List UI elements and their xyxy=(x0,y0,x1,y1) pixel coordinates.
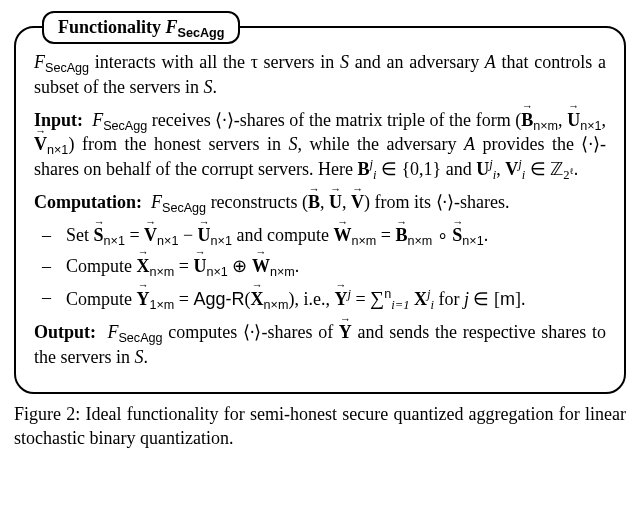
func-name: F xyxy=(107,322,118,342)
vec-B: →B xyxy=(308,190,320,215)
ring-Z: ℤ xyxy=(550,159,563,179)
dim: n×1 xyxy=(157,234,178,248)
vec-U: →U xyxy=(567,108,580,133)
mat-V: V xyxy=(351,192,364,212)
t: receives ⟨·⟩-shares of the matrix triple… xyxy=(147,110,521,130)
dim: n×m xyxy=(264,297,289,311)
figure-text: Ideal functionality for semi-honest secu… xyxy=(14,404,626,448)
dash-icon: – xyxy=(34,254,66,279)
agg-r: Agg-R xyxy=(194,289,245,309)
mat-Y: Y xyxy=(137,289,150,309)
computation-para: Computation: FSecAgg reconstructs (→B, →… xyxy=(34,190,606,215)
t: , xyxy=(496,159,505,179)
t: , xyxy=(602,110,607,130)
t: computes ⟨·⟩-shares of xyxy=(163,322,339,342)
vec-Y: →Y xyxy=(137,287,150,312)
t: , xyxy=(320,192,329,212)
var-B: B xyxy=(357,159,369,179)
dim: n×m xyxy=(407,234,432,248)
t: ∘ xyxy=(432,225,452,245)
t: , xyxy=(558,110,567,130)
vec-S: →S xyxy=(94,223,104,248)
vec-V: →V xyxy=(144,223,157,248)
li2-body: Compute →Xn×m = →Un×1 ⊕ →Wn×m. xyxy=(66,254,606,279)
mat-B: B xyxy=(308,192,320,212)
dim: n×m xyxy=(351,234,376,248)
t: ), i.e., xyxy=(288,289,334,309)
t: ∈ xyxy=(525,159,550,179)
t: ⊕ xyxy=(228,256,252,276)
dim: n×m xyxy=(533,118,558,132)
t: ]. xyxy=(515,289,526,309)
var-X: X xyxy=(409,289,427,309)
vec-X: →X xyxy=(251,287,264,312)
t: ) from its ⟨·⟩-shares. xyxy=(364,192,509,212)
t: ) from the honest servers in xyxy=(68,134,288,154)
mat-U: U xyxy=(198,225,211,245)
vec-V: →V xyxy=(351,190,364,215)
mat-Y: Y xyxy=(339,322,352,342)
vec-W: →W xyxy=(252,254,270,279)
t: = xyxy=(125,225,144,245)
vec-V: →V xyxy=(34,132,47,157)
li3-body: Compute →Y1×m = Agg-R(→Xn×m), i.e., →Yj … xyxy=(66,285,606,312)
mat-W: W xyxy=(333,225,351,245)
sum-sub: i=1 xyxy=(391,297,409,311)
vec-S: →S xyxy=(452,223,462,248)
dim: n×1 xyxy=(47,143,68,157)
ring-sub: 2ℓ xyxy=(563,168,574,182)
var-m: m xyxy=(500,289,515,309)
var-V: V xyxy=(505,159,518,179)
intro-para: FSecAgg interacts with all the τ servers… xyxy=(34,50,606,100)
t: interacts with all the τ servers in xyxy=(89,52,340,72)
t: Compute xyxy=(66,256,137,276)
mat-U: U xyxy=(194,256,207,276)
t: . xyxy=(574,159,579,179)
t: . xyxy=(484,225,489,245)
dash-icon: – xyxy=(34,285,66,312)
t: . xyxy=(295,256,300,276)
vec-X: →X xyxy=(137,254,150,279)
mat-U: U xyxy=(567,110,580,130)
dim: n×1 xyxy=(207,265,228,279)
input-para: Input: FSecAgg receives ⟨·⟩-shares of th… xyxy=(34,108,606,182)
t: = xyxy=(376,225,395,245)
vec-B: →B xyxy=(521,108,533,133)
output-label: Output: xyxy=(34,322,96,342)
t: ∈ {0,1} and xyxy=(376,159,476,179)
mat-Y: Y xyxy=(334,289,347,309)
title-prefix: Functionality xyxy=(58,17,166,37)
t: Compute xyxy=(66,289,137,309)
t: and an adversary xyxy=(349,52,485,72)
mat-S: S xyxy=(452,225,462,245)
set-S: S xyxy=(340,52,349,72)
dim: 1×m xyxy=(150,297,175,311)
func-name: F xyxy=(92,110,103,130)
t: , while the adversary xyxy=(297,134,464,154)
mat-X: X xyxy=(251,289,264,309)
figure-label: Figure 2: xyxy=(14,404,85,424)
vec-U: →U xyxy=(329,190,342,215)
functionality-box: Functionality FSecAgg FSecAgg interacts … xyxy=(14,26,626,394)
t: reconstructs ( xyxy=(206,192,308,212)
vec-B: →B xyxy=(395,223,407,248)
t: = xyxy=(174,289,193,309)
func-name: F xyxy=(34,52,45,72)
t: ∈ [ xyxy=(469,289,500,309)
vec-Y: →Y xyxy=(334,287,347,312)
list-item: – Set →Sn×1 = →Vn×1 − →Un×1 and compute … xyxy=(34,223,606,248)
mat-B: B xyxy=(395,225,407,245)
mat-B: B xyxy=(521,110,533,130)
adversary-A: A xyxy=(485,52,496,72)
vec-Y: →Y xyxy=(339,320,352,345)
adversary-A: A xyxy=(464,134,475,154)
list-item: – Compute →Y1×m = Agg-R(→Xn×m), i.e., →Y… xyxy=(34,285,606,312)
func-sub: SecAgg xyxy=(118,331,162,345)
dim: n×m xyxy=(270,265,295,279)
output-para: Output: FSecAgg computes ⟨·⟩-shares of →… xyxy=(34,320,606,370)
computation-list: – Set →Sn×1 = →Vn×1 − →Un×1 and compute … xyxy=(34,223,606,312)
t: = xyxy=(351,289,370,309)
func-name: F xyxy=(151,192,162,212)
t: Set xyxy=(66,225,94,245)
dim: n×1 xyxy=(462,234,483,248)
